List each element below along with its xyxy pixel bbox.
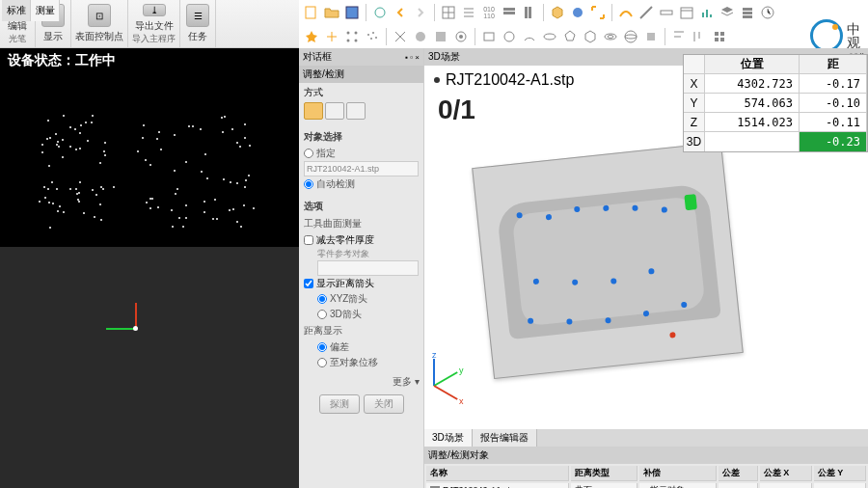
shape-rect-icon[interactable] bbox=[480, 28, 498, 45]
sparkle-icon[interactable] bbox=[323, 28, 340, 45]
task-icon[interactable]: ☰ bbox=[186, 4, 209, 27]
col-comp[interactable]: 补偿 bbox=[639, 466, 717, 481]
save-icon[interactable] bbox=[343, 4, 361, 21]
radio-auto[interactable] bbox=[304, 179, 313, 189]
line-icon[interactable] bbox=[637, 4, 655, 21]
align2-icon[interactable] bbox=[691, 28, 708, 45]
expand-icon[interactable] bbox=[589, 4, 607, 21]
cols-icon[interactable] bbox=[521, 4, 538, 21]
table-row[interactable]: RJT210042-A1.stp 曲面 ▸ 指示对象 3D bbox=[426, 483, 866, 488]
radio-xyz[interactable] bbox=[317, 294, 327, 304]
camera-panel: 设备状态：工作中 bbox=[0, 48, 299, 488]
top-tabs: 标准 测量 bbox=[2, 0, 60, 21]
mesh4-icon[interactable] bbox=[452, 28, 470, 45]
shape-torus-icon[interactable] bbox=[602, 28, 619, 45]
deviation-label: 偏差 bbox=[330, 340, 349, 354]
scatter-icon[interactable] bbox=[364, 28, 381, 45]
error-point bbox=[669, 332, 676, 339]
rows-icon[interactable] bbox=[501, 4, 518, 21]
open-icon[interactable] bbox=[323, 4, 340, 21]
export-icon[interactable]: ⤓ bbox=[143, 4, 166, 16]
mesh3-icon[interactable] bbox=[432, 28, 449, 45]
scan-preview[interactable] bbox=[0, 73, 299, 247]
svg-point-29 bbox=[367, 34, 369, 36]
bullet-icon bbox=[434, 77, 440, 83]
tab-3d-scene[interactable]: 3D场景 bbox=[424, 429, 473, 447]
star-icon[interactable] bbox=[303, 28, 320, 45]
obj-select-title: 对象选择 bbox=[304, 128, 419, 146]
specify-input[interactable] bbox=[304, 161, 419, 176]
shape-circle-icon[interactable] bbox=[501, 28, 518, 45]
svg-rect-9 bbox=[503, 8, 515, 11]
align1-icon[interactable] bbox=[670, 28, 688, 45]
panel-controls[interactable]: ▪ ▫ × bbox=[405, 53, 420, 62]
row-tol-x bbox=[760, 483, 812, 488]
shape-box-icon[interactable] bbox=[642, 28, 660, 45]
mode-btn-2[interactable] bbox=[325, 102, 344, 120]
probe-button[interactable]: 探测 bbox=[319, 394, 360, 414]
shape-wire-icon[interactable] bbox=[582, 28, 599, 45]
more-link[interactable]: 更多 ▾ bbox=[299, 373, 423, 391]
col-name[interactable]: 名称 bbox=[426, 466, 569, 481]
mesh2-icon[interactable] bbox=[412, 28, 429, 45]
mode-btn-1[interactable] bbox=[304, 102, 323, 120]
button-row: 探测 关闭 bbox=[299, 391, 423, 418]
radio-specify[interactable] bbox=[304, 149, 313, 158]
mode-btn-3[interactable] bbox=[346, 102, 366, 120]
redo-icon[interactable] bbox=[412, 4, 429, 21]
svg-rect-15 bbox=[661, 11, 672, 14]
radio-deviation[interactable] bbox=[317, 342, 327, 352]
mesh1-icon[interactable] bbox=[392, 28, 409, 45]
calendar-icon[interactable] bbox=[678, 4, 695, 21]
compass-icon[interactable] bbox=[759, 4, 776, 21]
sphere-icon[interactable] bbox=[569, 4, 586, 21]
svg-rect-34 bbox=[436, 32, 446, 41]
tool-row-1: 010110 bbox=[299, 0, 868, 24]
curve-icon[interactable] bbox=[617, 4, 635, 21]
shape-arc-icon[interactable] bbox=[521, 28, 538, 45]
svg-rect-44 bbox=[647, 33, 655, 41]
layers-icon[interactable] bbox=[719, 4, 736, 21]
tab-report[interactable]: 报告编辑器 bbox=[473, 429, 537, 447]
radio-3d-arrow[interactable] bbox=[317, 310, 327, 319]
radio-to-obj[interactable] bbox=[317, 358, 327, 367]
stack-icon[interactable] bbox=[739, 4, 756, 21]
surface-icon[interactable]: ⊡ bbox=[88, 4, 111, 27]
svg-rect-11 bbox=[525, 7, 528, 18]
ruler-icon[interactable] bbox=[658, 4, 675, 21]
col-tol-x[interactable]: 公差 X bbox=[760, 466, 812, 481]
cube-icon[interactable] bbox=[549, 4, 566, 21]
list-icon[interactable] bbox=[460, 4, 477, 21]
ref-obj-label: 零件参考对象 bbox=[304, 248, 419, 260]
col-tol-y[interactable]: 公差 Y bbox=[814, 466, 866, 481]
close-button[interactable]: 关闭 bbox=[364, 394, 404, 414]
check-arrows[interactable] bbox=[304, 279, 313, 288]
surface-label: 表面控制点 bbox=[75, 30, 123, 43]
coord-x-label: X bbox=[684, 74, 705, 93]
col-tol[interactable]: 公差 bbox=[719, 466, 758, 481]
svg-rect-1 bbox=[346, 7, 358, 18]
shape-poly-icon[interactable] bbox=[561, 28, 579, 45]
grid2-icon[interactable] bbox=[711, 28, 728, 45]
tab-standard[interactable]: 标准 bbox=[2, 0, 31, 21]
chart-icon[interactable] bbox=[698, 4, 716, 21]
model-view[interactable] bbox=[434, 135, 800, 405]
col-dist-type[interactable]: 距离类型 bbox=[571, 466, 637, 481]
shape1-icon[interactable] bbox=[371, 4, 389, 21]
new-icon[interactable] bbox=[303, 4, 320, 21]
undo-icon[interactable] bbox=[392, 4, 409, 21]
device-status: 设备状态：工作中 bbox=[0, 48, 299, 73]
to-obj-label: 至对象位移 bbox=[330, 356, 378, 369]
shape-ellipse-icon[interactable] bbox=[541, 28, 558, 45]
coord-3d-pos bbox=[705, 132, 800, 151]
dots-icon[interactable] bbox=[343, 28, 361, 45]
check-thickness[interactable] bbox=[304, 235, 313, 245]
binary-icon[interactable]: 010110 bbox=[480, 4, 498, 21]
grid-icon[interactable] bbox=[440, 4, 457, 21]
separator bbox=[611, 4, 612, 21]
shape-globe-icon[interactable] bbox=[622, 28, 639, 45]
svg-rect-12 bbox=[529, 7, 531, 18]
tab-measure[interactable]: 测量 bbox=[31, 0, 60, 21]
svg-line-14 bbox=[640, 7, 652, 18]
ref-obj-input[interactable] bbox=[317, 260, 419, 276]
